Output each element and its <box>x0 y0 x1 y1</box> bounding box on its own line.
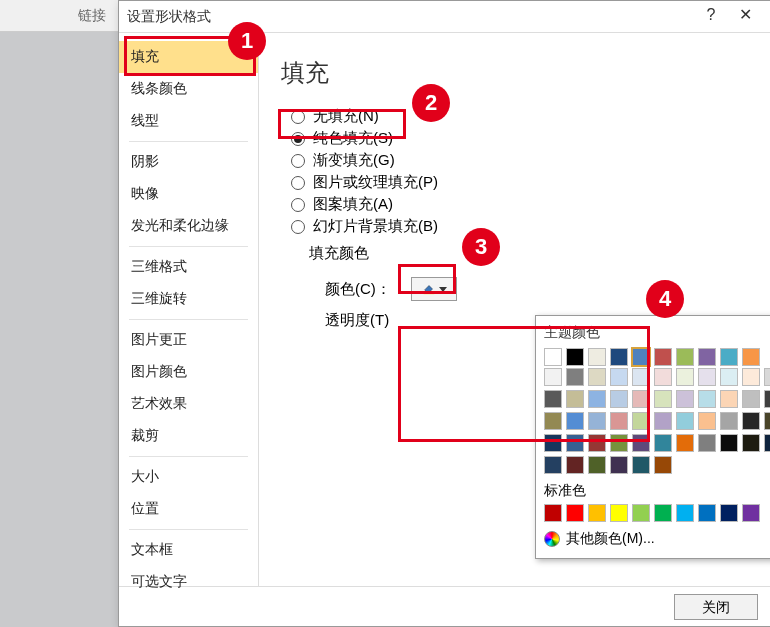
color-swatch[interactable] <box>720 412 738 430</box>
svg-rect-0 <box>423 293 434 295</box>
color-swatch[interactable] <box>588 390 606 408</box>
color-swatch[interactable] <box>654 504 672 522</box>
color-swatch[interactable] <box>632 456 650 474</box>
color-swatch[interactable] <box>742 390 760 408</box>
color-swatch[interactable] <box>632 368 650 386</box>
color-swatch[interactable] <box>632 434 650 452</box>
color-swatch[interactable] <box>566 348 584 366</box>
color-swatch[interactable] <box>588 412 606 430</box>
title-bar: 设置形状格式 ? ✕ <box>119 1 770 33</box>
color-swatch[interactable] <box>632 504 650 522</box>
color-swatch[interactable] <box>566 456 584 474</box>
sidebar-item[interactable]: 线型 <box>119 105 258 137</box>
color-swatch[interactable] <box>764 412 770 430</box>
color-swatch[interactable] <box>566 504 584 522</box>
radio-option[interactable]: 图片或纹理填充(P) <box>291 173 750 192</box>
color-swatch[interactable] <box>676 504 694 522</box>
color-swatch[interactable] <box>566 434 584 452</box>
color-swatch[interactable] <box>588 504 606 522</box>
sidebar-item[interactable]: 图片颜色 <box>119 356 258 388</box>
color-swatch[interactable] <box>742 434 760 452</box>
color-swatch[interactable] <box>720 434 738 452</box>
color-swatch[interactable] <box>632 348 650 366</box>
sidebar-item[interactable]: 三维格式 <box>119 251 258 283</box>
color-swatch[interactable] <box>698 504 716 522</box>
color-swatch[interactable] <box>544 434 562 452</box>
color-swatch[interactable] <box>742 412 760 430</box>
color-swatch[interactable] <box>720 504 738 522</box>
color-swatch[interactable] <box>654 434 672 452</box>
color-swatch[interactable] <box>742 504 760 522</box>
radio-label: 无填充(N) <box>313 107 379 126</box>
color-swatch[interactable] <box>632 390 650 408</box>
close-button[interactable]: 关闭 <box>674 594 758 620</box>
color-swatch[interactable] <box>676 348 694 366</box>
color-swatch[interactable] <box>610 434 628 452</box>
color-picker-button[interactable] <box>411 277 457 301</box>
sidebar-item[interactable]: 图片更正 <box>119 324 258 356</box>
color-swatch[interactable] <box>544 368 562 386</box>
color-swatch[interactable] <box>720 390 738 408</box>
color-swatch[interactable] <box>698 434 716 452</box>
color-swatch[interactable] <box>566 412 584 430</box>
color-swatch[interactable] <box>610 504 628 522</box>
color-swatch[interactable] <box>544 504 562 522</box>
sidebar-item[interactable]: 填充 <box>119 41 258 73</box>
color-swatch[interactable] <box>676 390 694 408</box>
color-swatch[interactable] <box>610 390 628 408</box>
radio-option[interactable]: 幻灯片背景填充(B) <box>291 217 750 236</box>
color-swatch[interactable] <box>720 368 738 386</box>
sidebar-item[interactable]: 线条颜色 <box>119 73 258 105</box>
sidebar-item[interactable]: 可选文字 <box>119 566 258 598</box>
color-swatch[interactable] <box>720 348 738 366</box>
color-swatch[interactable] <box>610 368 628 386</box>
color-swatch[interactable] <box>764 390 770 408</box>
color-swatch[interactable] <box>544 348 562 366</box>
color-swatch[interactable] <box>544 390 562 408</box>
color-swatch[interactable] <box>654 348 672 366</box>
color-swatch[interactable] <box>566 390 584 408</box>
color-swatch[interactable] <box>632 412 650 430</box>
color-swatch[interactable] <box>676 412 694 430</box>
color-swatch[interactable] <box>742 348 760 366</box>
sidebar-item[interactable]: 文本框 <box>119 534 258 566</box>
color-swatch[interactable] <box>588 368 606 386</box>
sidebar-item[interactable]: 裁剪 <box>119 420 258 452</box>
sidebar-item[interactable]: 大小 <box>119 461 258 493</box>
radio-option[interactable]: 图案填充(A) <box>291 195 750 214</box>
color-swatch[interactable] <box>742 368 760 386</box>
color-swatch[interactable] <box>698 368 716 386</box>
radio-option[interactable]: 渐变填充(G) <box>291 151 750 170</box>
color-swatch[interactable] <box>698 412 716 430</box>
color-swatch[interactable] <box>566 368 584 386</box>
sidebar-item[interactable]: 艺术效果 <box>119 388 258 420</box>
radio-option[interactable]: 纯色填充(S) <box>291 129 750 148</box>
color-swatch[interactable] <box>610 348 628 366</box>
color-swatch[interactable] <box>654 412 672 430</box>
color-swatch[interactable] <box>610 456 628 474</box>
close-icon[interactable]: ✕ <box>728 4 762 30</box>
color-swatch[interactable] <box>654 390 672 408</box>
sidebar-item[interactable]: 三维旋转 <box>119 283 258 315</box>
more-colors-row[interactable]: 其他颜色(M)... <box>544 530 770 548</box>
color-swatch[interactable] <box>764 368 770 386</box>
color-swatch[interactable] <box>676 368 694 386</box>
sidebar-item[interactable]: 阴影 <box>119 146 258 178</box>
sidebar-item[interactable]: 发光和柔化边缘 <box>119 210 258 242</box>
color-swatch[interactable] <box>544 412 562 430</box>
color-swatch[interactable] <box>544 456 562 474</box>
radio-option[interactable]: 无填充(N) <box>291 107 750 126</box>
color-swatch[interactable] <box>698 390 716 408</box>
color-swatch[interactable] <box>588 348 606 366</box>
color-swatch[interactable] <box>654 456 672 474</box>
help-button[interactable]: ? <box>694 4 728 30</box>
sidebar-item[interactable]: 位置 <box>119 493 258 525</box>
color-swatch[interactable] <box>588 434 606 452</box>
color-swatch[interactable] <box>676 434 694 452</box>
color-swatch[interactable] <box>698 348 716 366</box>
color-swatch[interactable] <box>610 412 628 430</box>
color-swatch[interactable] <box>588 456 606 474</box>
color-swatch[interactable] <box>764 434 770 452</box>
color-swatch[interactable] <box>654 368 672 386</box>
sidebar-item[interactable]: 映像 <box>119 178 258 210</box>
